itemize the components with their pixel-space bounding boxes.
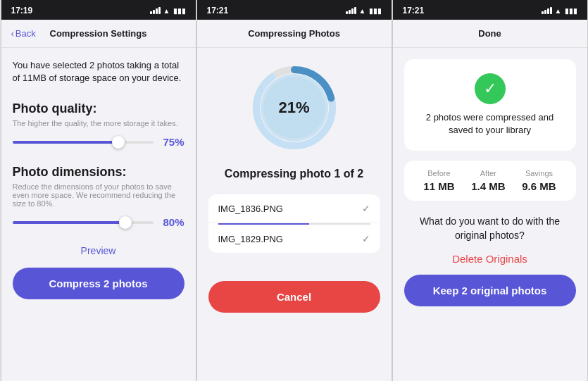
stat-before-value: 11 MB: [423, 180, 454, 192]
success-card: ✓ 2 photos were compressed and saved to …: [404, 59, 576, 151]
preview-link[interactable]: Preview: [13, 245, 184, 256]
cancel-button[interactable]: Cancel: [208, 281, 380, 313]
stat-savings-label: Savings: [522, 169, 556, 177]
wifi-icon-3: ▲: [555, 7, 562, 15]
phone-done: 17:21 ▲ ▮▮▮ Done ✓ 2 photos were compres…: [392, 0, 588, 381]
success-icon: ✓: [475, 73, 506, 104]
content-3: ✓ 2 photos were compressed and saved to …: [393, 48, 587, 381]
status-icons-1: ▲ ▮▮▮: [150, 7, 186, 15]
stat-savings: Savings 9.6 MB: [522, 169, 556, 192]
dimensions-slider-track[interactable]: [13, 221, 154, 224]
quality-slider-fill: [13, 141, 118, 144]
quality-sublabel: The higher the quality, the more storage…: [13, 119, 184, 127]
quality-slider-container: 75%: [13, 136, 184, 148]
status-icons-3: ▲ ▮▮▮: [542, 7, 577, 15]
stat-after-label: After: [471, 169, 505, 177]
stat-before: Before 11 MB: [423, 169, 454, 192]
dimensions-value: 80%: [159, 216, 184, 228]
status-bar-3: 17:21 ▲ ▮▮▮: [393, 0, 587, 20]
file-list: IMG_1836.PNG ✓ IMG_1829.PNG ✓: [208, 194, 380, 253]
nav-bar-3: Done: [393, 20, 587, 48]
progress-circle: 21%: [249, 62, 340, 154]
content-1: You have selected 2 photos taking a tota…: [1, 48, 196, 381]
wifi-icon-1: ▲: [163, 7, 170, 15]
battery-icon-3: ▮▮▮: [565, 7, 577, 15]
file-item-2: IMG_1829.PNG ✓: [208, 225, 380, 253]
stat-after-value: 1.4 MB: [471, 180, 505, 192]
nav-bar-2: Compressing Photos: [197, 20, 392, 48]
info-text: You have selected 2 photos taking a tota…: [13, 59, 184, 85]
nav-title-2: Compressing Photos: [248, 28, 340, 39]
dimensions-slider-fill: [13, 221, 125, 224]
dimensions-slider-container: 80%: [13, 216, 184, 228]
file1-name: IMG_1836.PNG: [218, 204, 284, 214]
dimensions-label: Photo dimensions:: [13, 165, 184, 180]
file1-check: ✓: [362, 203, 370, 214]
compress-button[interactable]: Compress 2 photos: [13, 268, 184, 299]
quality-slider-track[interactable]: [13, 141, 154, 144]
time-3: 17:21: [403, 6, 425, 15]
dimensions-sublabel: Reduce the dimensions of your photos to …: [13, 182, 184, 208]
dimensions-section: Photo dimensions: Reduce the dimensions …: [13, 165, 184, 228]
file2-check: ✓: [362, 233, 370, 244]
quality-value: 75%: [159, 136, 184, 148]
nav-bar-1: ‹ Back Compression Settings: [1, 20, 196, 48]
phone-compressing: 17:21 ▲ ▮▮▮ Compressing Photos: [196, 0, 392, 381]
compressing-label: Compressing photo 1 of 2: [225, 168, 363, 180]
quality-slider-thumb[interactable]: [112, 136, 125, 149]
nav-title-3: Done: [478, 28, 501, 39]
signal-icon-1: [150, 7, 161, 14]
originals-question: What do you want to do with the original…: [404, 215, 576, 242]
success-text: 2 photos were compressed and saved to yo…: [415, 111, 565, 137]
quality-section: Photo quality: The higher the quality, t…: [13, 101, 184, 148]
dimensions-slider-thumb[interactable]: [119, 216, 132, 229]
time-2: 17:21: [207, 6, 229, 15]
time-1: 17:19: [11, 6, 33, 15]
back-button-1[interactable]: ‹ Back: [11, 28, 36, 39]
signal-icon-2: [346, 7, 356, 14]
delete-originals-link[interactable]: Delete Originals: [404, 253, 576, 265]
keep-button[interactable]: Keep 2 original photos: [404, 275, 576, 306]
file2-name: IMG_1829.PNG: [218, 234, 284, 244]
originals-section: What do you want to do with the original…: [404, 215, 576, 306]
content-2: 21% Compressing photo 1 of 2 IMG_1836.PN…: [197, 48, 392, 381]
stat-before-label: Before: [423, 169, 454, 177]
battery-icon-2: ▮▮▮: [369, 7, 382, 15]
file-item-1: IMG_1836.PNG ✓: [208, 194, 380, 223]
status-icons-2: ▲ ▮▮▮: [346, 7, 382, 15]
battery-icon-1: ▮▮▮: [173, 7, 186, 15]
progress-text: 21%: [278, 99, 309, 117]
stat-savings-value: 9.6 MB: [522, 180, 556, 192]
status-bar-2: 17:21 ▲ ▮▮▮: [197, 0, 392, 20]
stat-after: After 1.4 MB: [471, 169, 505, 192]
wifi-icon-2: ▲: [359, 7, 366, 15]
signal-icon-3: [542, 7, 552, 14]
quality-label: Photo quality:: [13, 101, 184, 116]
nav-title-1: Compression Settings: [50, 28, 147, 39]
phone-compression-settings: 17:19 ▲ ▮▮▮ ‹ Back Compression Settings …: [1, 0, 196, 381]
stats-card: Before 11 MB After 1.4 MB Savings 9.6 MB: [404, 161, 576, 201]
status-bar-1: 17:19 ▲ ▮▮▮: [1, 0, 196, 20]
